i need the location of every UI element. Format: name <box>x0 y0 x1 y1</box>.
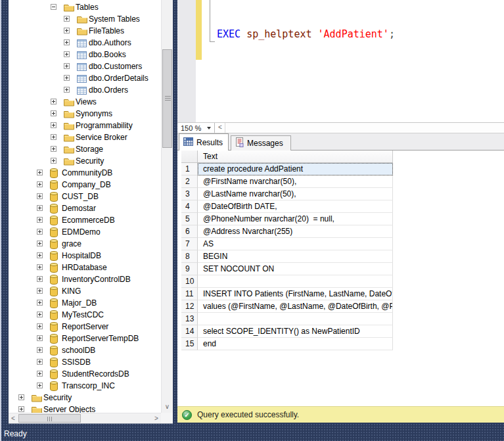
collapse-box-icon[interactable] <box>51 4 57 10</box>
row-number-cell[interactable]: 11 <box>181 288 198 300</box>
tree-item-major-db[interactable]: Major_DB <box>9 297 161 309</box>
row-number-cell[interactable]: 3 <box>181 188 198 200</box>
tree-item-server-objects[interactable]: Server Objects <box>9 404 161 413</box>
row-number-cell[interactable]: 2 <box>181 175 198 188</box>
object-explorer-vertical-scrollbar[interactable]: ∨ <box>161 0 173 413</box>
horizontal-scrollbar-thumb[interactable] <box>18 414 81 423</box>
expand-box-icon[interactable] <box>64 51 70 57</box>
grid-column-header[interactable]: Text <box>198 151 393 163</box>
scroll-left-button[interactable]: < <box>216 123 225 133</box>
grid-row-6[interactable]: 6@Address Nvarchar(255) <box>181 225 393 238</box>
expand-box-icon[interactable] <box>18 394 24 400</box>
row-number-cell[interactable]: 9 <box>181 263 198 275</box>
tree-item-communitydb[interactable]: CommunityDB <box>9 167 161 179</box>
row-number-cell[interactable]: 5 <box>181 213 198 225</box>
text-cell[interactable]: SET NOCOUNT ON <box>198 263 393 275</box>
expand-box-icon[interactable] <box>37 371 43 377</box>
tree-item-storage[interactable]: Storage <box>9 143 161 155</box>
expand-box-icon[interactable] <box>64 63 70 69</box>
tree-item-programmability[interactable]: Programmability <box>9 120 161 131</box>
tree-item-reportservertempdb[interactable]: ReportServerTempDB <box>9 333 161 344</box>
object-explorer-horizontal-scrollbar[interactable]: < > <box>9 413 161 423</box>
text-cell[interactable]: end <box>198 338 393 350</box>
tree-item-inventorycontroldb[interactable]: InventoryControlDB <box>9 273 161 285</box>
tree-item-dbo-authors[interactable]: dbo.Authors <box>9 37 161 49</box>
expand-box-icon[interactable] <box>37 276 43 282</box>
grid-row-10[interactable]: 10 <box>181 275 393 288</box>
row-number-cell[interactable]: 13 <box>181 313 198 325</box>
expand-box-icon[interactable] <box>37 170 43 175</box>
grid-row-4[interactable]: 4@DateOfBirth DATE, <box>181 200 393 213</box>
row-number-cell[interactable]: 7 <box>181 238 198 250</box>
grid-row-12[interactable]: 12values (@FirstName, @LastName, @DateOf… <box>181 300 393 313</box>
chevron-down-icon[interactable] <box>207 127 211 129</box>
row-number-cell[interactable]: 4 <box>181 200 198 213</box>
expand-box-icon[interactable] <box>64 39 70 45</box>
expand-box-icon[interactable] <box>64 87 70 93</box>
grid-row-5[interactable]: 5@PhoneNumber nvarchar(20) = null, <box>181 213 393 225</box>
expand-box-icon[interactable] <box>51 158 57 164</box>
tree-item-security[interactable]: Security <box>9 392 161 404</box>
text-cell[interactable]: INSERT INTO Patients (FirstName, LastNam… <box>198 288 393 300</box>
text-cell[interactable]: create procedure AddPatient <box>198 163 393 175</box>
expand-box-icon[interactable] <box>51 110 57 116</box>
expand-box-icon[interactable] <box>37 181 43 187</box>
text-cell[interactable]: AS <box>198 238 393 250</box>
tree-item-synonyms[interactable]: Synonyms <box>9 108 161 120</box>
grid-row-1[interactable]: 1create procedure AddPatient <box>181 163 393 175</box>
expand-box-icon[interactable] <box>51 134 57 140</box>
grid-row-15[interactable]: 15end <box>181 338 393 350</box>
expand-box-icon[interactable] <box>37 323 43 329</box>
tree-item-schooldb[interactable]: schoolDB <box>9 344 161 356</box>
scroll-down-button[interactable]: ∨ <box>162 402 173 413</box>
tree-item-transcorp-inc[interactable]: Transcorp_INC <box>9 380 161 392</box>
expand-box-icon[interactable] <box>51 99 57 104</box>
expand-box-icon[interactable] <box>37 193 43 199</box>
row-number-cell[interactable]: 8 <box>181 250 198 263</box>
tree-item-king[interactable]: KING <box>9 285 161 297</box>
expand-box-icon[interactable] <box>37 205 43 211</box>
tree-item-tables[interactable]: Tables <box>9 1 161 13</box>
text-cell[interactable] <box>198 313 393 325</box>
text-cell[interactable]: @LastName nvarchar(50), <box>198 188 393 200</box>
tree-item-system-tables[interactable]: System Tables <box>9 13 161 25</box>
grid-row-7[interactable]: 7AS <box>181 238 393 250</box>
text-cell[interactable]: select SCOPE_IDENTITY() as NewPatientID <box>198 325 393 338</box>
grid-row-11[interactable]: 11INSERT INTO Patients (FirstName, LastN… <box>181 288 393 300</box>
grid-row-2[interactable]: 2@FirstName nvarchar(50), <box>181 175 393 188</box>
text-cell[interactable]: @PhoneNumber nvarchar(20) = null, <box>198 213 393 225</box>
expand-box-icon[interactable] <box>37 335 43 341</box>
expand-box-icon[interactable] <box>37 359 43 365</box>
expand-box-icon[interactable] <box>37 300 43 306</box>
grid-row-8[interactable]: 8BEGIN <box>181 250 393 263</box>
tree-item-dbo-customers[interactable]: dbo.Customers <box>9 60 161 72</box>
grid-row-3[interactable]: 3@LastName nvarchar(50), <box>181 188 393 200</box>
row-number-cell[interactable]: 15 <box>181 338 198 350</box>
expand-box-icon[interactable] <box>37 217 43 223</box>
expand-box-icon[interactable] <box>37 383 43 388</box>
tree-item-company-db[interactable]: Company_DB <box>9 179 161 191</box>
expand-box-icon[interactable] <box>64 28 70 34</box>
editor-horizontal-scrollbar[interactable] <box>226 123 504 133</box>
row-number-cell[interactable]: 1 <box>181 163 198 175</box>
tree-item-hospitaldb[interactable]: HospitalDB <box>9 250 161 262</box>
scroll-left-button[interactable]: < <box>9 413 18 423</box>
expand-box-icon[interactable] <box>37 347 43 353</box>
code-line[interactable]: EXEC sp_helptext 'AddPatient'; <box>217 28 395 40</box>
tree-item-ssisdb[interactable]: SSISDB <box>9 356 161 368</box>
row-number-cell[interactable]: 14 <box>181 325 198 338</box>
tab-results[interactable]: Results <box>179 133 229 151</box>
tree-item-service-broker[interactable]: Service Broker <box>9 131 161 143</box>
tree-item-mytestcdc[interactable]: MyTestCDC <box>9 309 161 321</box>
tree-item-dbo-orders[interactable]: dbo.Orders <box>9 84 161 96</box>
expand-box-icon[interactable] <box>37 288 43 294</box>
text-cell[interactable]: @FirstName nvarchar(50), <box>198 175 393 188</box>
expand-box-icon[interactable] <box>18 406 24 412</box>
text-cell[interactable]: @DateOfBirth DATE, <box>198 200 393 213</box>
tree-item-dbo-books[interactable]: dbo.Books <box>9 49 161 60</box>
expand-box-icon[interactable] <box>64 16 70 22</box>
text-cell[interactable]: values (@FirstName, @LastName, @DateOfBi… <box>198 300 393 313</box>
tree-item-cust-db[interactable]: CUST_DB <box>9 191 161 202</box>
tree-item-dbo-orderdetails[interactable]: dbo.OrderDetails <box>9 72 161 84</box>
grid-row-13[interactable]: 13 <box>181 313 393 325</box>
